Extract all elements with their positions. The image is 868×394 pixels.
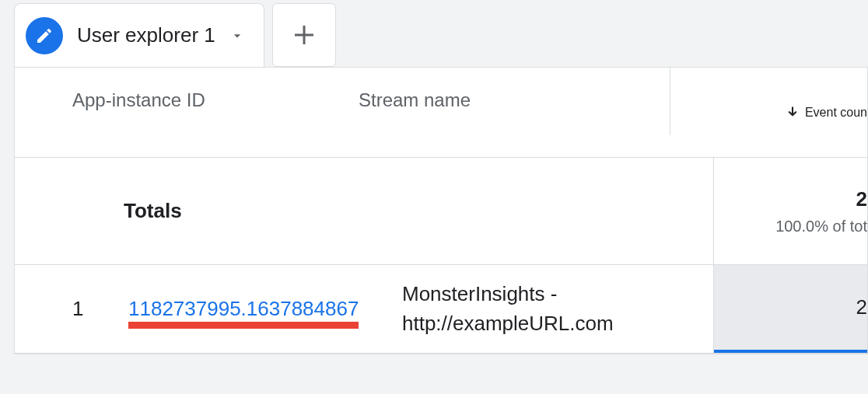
column-header-stream[interactable]: Stream name (352, 89, 670, 111)
data-table: App-instance ID Stream name Event coun T… (14, 67, 868, 354)
column-header-event-label: Event coun (805, 106, 867, 120)
column-header-id[interactable]: App-instance ID (72, 89, 352, 111)
totals-event-cell: 2 100.0% of tot (713, 158, 867, 264)
chevron-down-icon[interactable] (229, 28, 245, 44)
row-index: 1 (15, 297, 116, 321)
event-count-cell: 2 (713, 265, 867, 353)
column-header-event[interactable]: Event coun (670, 68, 867, 135)
tab-user-explorer[interactable]: User explorer 1 (14, 3, 264, 67)
stream-name-cell: MonsterInsights - http://exampleURL.com (396, 280, 713, 338)
app-instance-id-link[interactable]: 1182737995.1637884867 (128, 297, 359, 321)
highlight-underline (128, 322, 359, 329)
event-count-value: 2 (856, 295, 867, 319)
table-header-row: App-instance ID Stream name Event coun (15, 68, 867, 158)
totals-label: Totals (15, 199, 713, 223)
tabs-row: User explorer 1 (0, 0, 868, 67)
totals-row: Totals 2 100.0% of tot (15, 158, 867, 265)
table-row: 1 1182737995.1637884867 MonsterInsights … (15, 265, 867, 354)
arrow-down-icon (785, 105, 800, 120)
totals-value: 2 (856, 187, 867, 211)
tab-title: User explorer 1 (77, 23, 215, 47)
totals-percent: 100.0% of tot (775, 218, 867, 235)
app-instance-id-value: 1182737995.1637884867 (128, 297, 359, 320)
add-tab-button[interactable] (272, 3, 336, 67)
edit-icon (26, 17, 63, 54)
